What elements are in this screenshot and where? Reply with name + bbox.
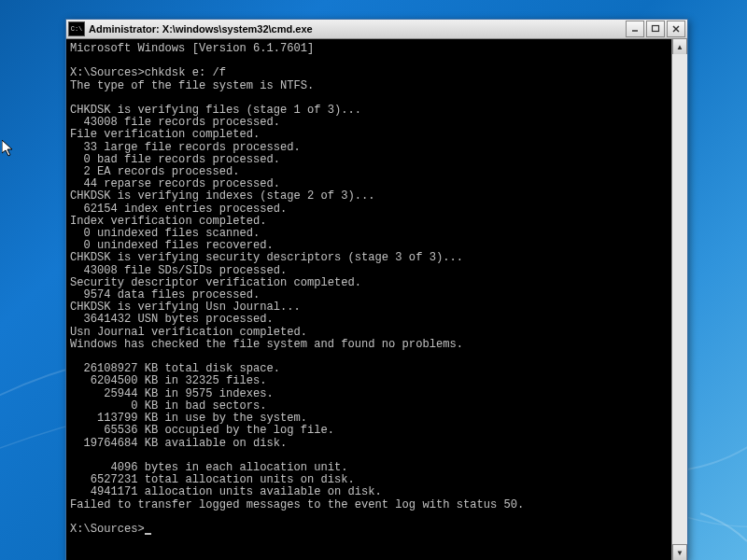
scroll-down-button[interactable]: ▼ <box>672 544 687 560</box>
prompt-final: X:\Sources> <box>70 523 145 536</box>
maximize-button[interactable] <box>646 21 665 37</box>
minimize-button[interactable] <box>626 21 644 37</box>
titlebar[interactable]: C:\ Administrator: X:\windows\system32\c… <box>66 20 687 39</box>
cmd-window: C:\ Administrator: X:\windows\system32\c… <box>65 19 688 560</box>
console-header: Microsoft Windows [Version 6.1.7601] <box>70 42 314 55</box>
output-body: The type of the file system is NTFS. CHK… <box>70 79 524 511</box>
prompt: X:\Sources> <box>70 66 145 79</box>
close-button[interactable] <box>667 21 685 37</box>
vertical-scrollbar[interactable]: ▲ ▼ <box>671 38 687 560</box>
scroll-track[interactable] <box>672 54 687 545</box>
scroll-up-button[interactable]: ▲ <box>672 38 687 55</box>
console-output[interactable]: Microsoft Windows [Version 6.1.7601] X:\… <box>66 39 687 560</box>
cursor <box>145 533 151 535</box>
svg-rect-1 <box>653 26 659 32</box>
cmd-icon: C:\ <box>68 21 85 36</box>
command-text: chkdsk e: /f <box>145 66 226 79</box>
window-title: Administrator: X:\windows\system32\cmd.e… <box>89 23 626 35</box>
